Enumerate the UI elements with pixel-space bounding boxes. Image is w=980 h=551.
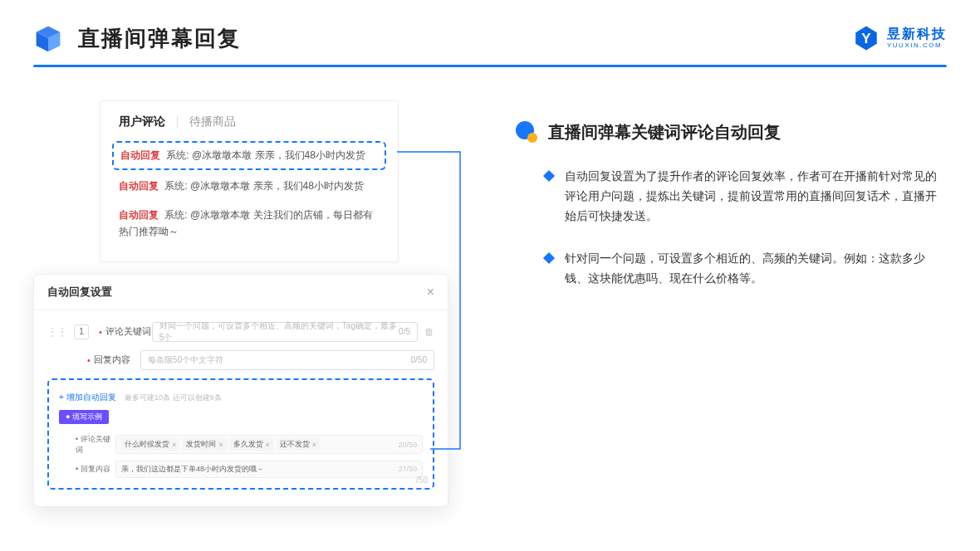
keyword-tag[interactable]: 还不发货× xyxy=(277,438,320,451)
tab-separator xyxy=(177,116,178,128)
highlighted-reply: 自动回复 系统: @冰墩墩本墩 亲亲，我们48小时内发货 xyxy=(112,141,386,170)
modal-header: 自动回复设置 × xyxy=(34,275,448,310)
auto-reply-tag: 自动回复 xyxy=(120,149,160,161)
example-badge: ● 填写示例 xyxy=(59,410,109,424)
brand-name-en: YUUXIN.COM xyxy=(887,42,947,49)
required-dot: • xyxy=(87,355,91,365)
content-row: • 回复内容 每条限50个中文字符 0/50 xyxy=(47,350,434,370)
reply-text: 系统: @冰墩墩本墩 亲亲，我们48小时内发货 xyxy=(166,149,365,161)
auto-reply-settings-modal: 自动回复设置 × ⋮⋮ 1 • 评论关键词 对同一个问题，可设置多个相近、高频的… xyxy=(33,274,448,507)
feature-header: 直播间弹幕关键词评论自动回复 xyxy=(515,120,947,144)
content-count: 0/50 xyxy=(411,355,427,364)
brand-logo: Y 昱新科技 YUUXIN.COM xyxy=(852,24,947,52)
modal-body: ⋮⋮ 1 • 评论关键词 对同一个问题，可设置多个相近、高频的关键词，Tag确定… xyxy=(34,310,448,506)
example-block: + 增加自动回复 最多可建10条 还可以创建9条 ● 填写示例 • 评论关键词 … xyxy=(47,378,434,490)
extra-count: /50 xyxy=(416,475,428,485)
required-dot: • xyxy=(99,327,102,337)
page-header: 直播间弹幕回复 Y 昱新科技 YUUXIN.COM xyxy=(0,0,980,53)
auto-reply-tag: 自动回复 xyxy=(119,209,159,221)
close-icon[interactable]: × xyxy=(427,285,434,300)
reply-row: 自动回复 系统: @冰墩墩本墩 亲亲，我们48小时内发货 xyxy=(100,172,398,201)
feature-title: 直播间弹幕关键词评论自动回复 xyxy=(548,121,781,144)
tag-remove-icon[interactable]: × xyxy=(266,441,270,449)
rule-number: 1 xyxy=(74,324,89,339)
page-title: 直播间弹幕回复 xyxy=(78,24,241,53)
example-keyword-box: 什么时候发货× 发货时间× 多久发货× 还不发货× 20/50 xyxy=(115,435,423,454)
content-placeholder: 每条限50个中文字符 xyxy=(148,354,223,366)
keyword-tag[interactable]: 什么时候发货× xyxy=(121,438,179,451)
keyword-input[interactable]: 对同一个问题，可设置多个相近、高频的关键词，Tag确定，最多5个 0/5 xyxy=(152,322,418,342)
reply-row: 自动回复 系统: @冰墩墩本墩 亲亲，我们48小时内发货 xyxy=(120,148,378,163)
comments-panel: 用户评论 待播商品 自动回复 系统: @冰墩墩本墩 亲亲，我们48小时内发货 自… xyxy=(100,100,399,262)
example-content-row: • 回复内容 亲，我们这边都是下单48小时内发货的哦～ 37/50 xyxy=(59,461,423,478)
keyword-placeholder: 对同一个问题，可设置多个相近、高频的关键词，Tag确定，最多5个 xyxy=(159,320,399,344)
reply-text: 系统: @冰墩墩本墩 亲亲，我们48小时内发货 xyxy=(164,180,364,192)
tag-remove-icon[interactable]: × xyxy=(218,441,223,449)
feature-bullet: 针对同一个问题，可设置多个相近的、高频的关键词。例如：这款多少钱、这块能优惠吗、… xyxy=(515,249,947,289)
add-reply-row: + 增加自动回复 最多可建10条 还可以创建9条 xyxy=(59,388,423,403)
bullet-diamond-icon xyxy=(543,252,555,264)
example-keyword-row: • 评论关键词 什么时候发货× 发货时间× 多久发货× 还不发货× 20/50 xyxy=(59,434,423,456)
example-content-box: 亲，我们这边都是下单48小时内发货的哦～ 37/50 xyxy=(115,461,423,478)
keyword-tag[interactable]: 发货时间× xyxy=(183,438,226,451)
brand-name-cn: 昱新科技 xyxy=(887,27,947,41)
feature-bullet: 自动回复设置为了提升作者的评论回复效率，作者可在开播前针对常见的评论用户问题，提… xyxy=(515,167,947,226)
brand-logo-mark: Y xyxy=(852,24,880,52)
keyword-label: 评论关键词 xyxy=(105,325,152,338)
add-reply-link[interactable]: + 增加自动回复 xyxy=(59,393,116,402)
content-label: 回复内容 xyxy=(94,354,140,366)
svg-text:Y: Y xyxy=(861,31,871,46)
example-keyword-label: • 评论关键词 xyxy=(76,434,115,456)
tab-user-comments[interactable]: 用户评论 xyxy=(119,115,165,129)
reply-row: 自动回复 系统: @冰墩墩本墩 关注我们的店铺，每日都有热门推荐呦～ xyxy=(100,201,398,246)
example-content-count: 37/50 xyxy=(398,465,417,473)
main-content: 用户评论 待播商品 自动回复 系统: @冰墩墩本墩 亲亲，我们48小时内发货 自… xyxy=(0,67,980,507)
screenshot-column: 用户评论 待播商品 自动回复 系统: @冰墩墩本墩 亲亲，我们48小时内发货 自… xyxy=(33,100,448,507)
add-reply-note: 最多可建10条 还可以创建9条 xyxy=(125,393,222,402)
bullet-diamond-icon xyxy=(543,170,555,182)
modal-title: 自动回复设置 xyxy=(47,285,112,300)
tab-pending-goods[interactable]: 待播商品 xyxy=(189,115,236,129)
example-content-label: • 回复内容 xyxy=(76,464,115,475)
example-keyword-count: 20/50 xyxy=(398,441,417,449)
example-content-text: 亲，我们这边都是下单48小时内发货的哦～ xyxy=(121,464,264,475)
feature-description: 直播间弹幕关键词评论自动回复 自动回复设置为了提升作者的评论回复效率，作者可在开… xyxy=(448,100,947,507)
delete-icon[interactable]: 🗑 xyxy=(424,326,434,338)
drag-handle-icon[interactable]: ⋮⋮ xyxy=(47,326,67,338)
chat-bubble-icon xyxy=(515,120,538,144)
keyword-count: 0/5 xyxy=(399,327,410,336)
auto-reply-tag: 自动回复 xyxy=(119,180,159,192)
cube-icon xyxy=(33,23,63,53)
content-input[interactable]: 每条限50个中文字符 0/50 xyxy=(140,350,434,370)
tag-remove-icon[interactable]: × xyxy=(172,441,176,449)
keyword-tag[interactable]: 多久发货× xyxy=(230,438,273,451)
comments-tabs: 用户评论 待播商品 xyxy=(100,115,398,139)
feature-bullet-text: 自动回复设置为了提升作者的评论回复效率，作者可在开播前针对常见的评论用户问题，提… xyxy=(565,167,947,226)
svg-point-5 xyxy=(527,133,537,143)
feature-bullet-text: 针对同一个问题，可设置多个相近的、高频的关键词。例如：这款多少钱、这块能优惠吗、… xyxy=(565,249,947,289)
keyword-row: ⋮⋮ 1 • 评论关键词 对同一个问题，可设置多个相近、高频的关键词，Tag确定… xyxy=(47,322,434,342)
tag-remove-icon[interactable]: × xyxy=(312,441,316,449)
